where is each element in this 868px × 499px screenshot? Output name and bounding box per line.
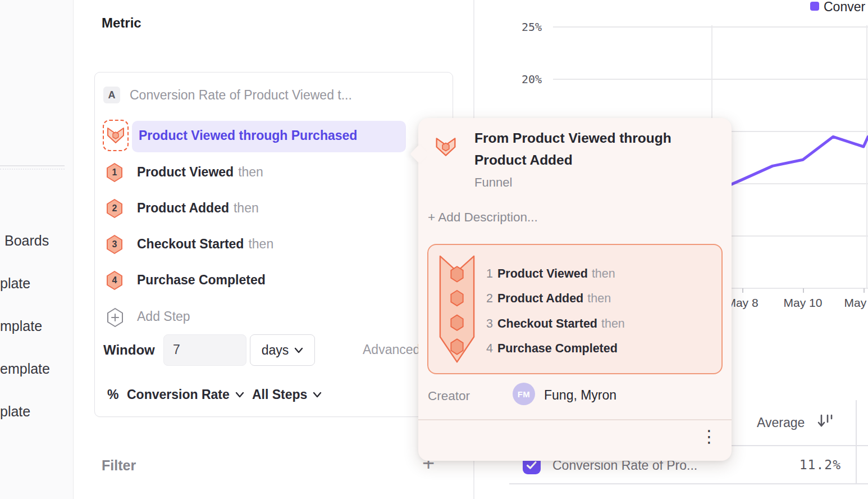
popover-title: From Product Viewed through Product Adde…	[474, 127, 723, 171]
creator-label: Creator	[428, 389, 470, 403]
window-label: Window	[103, 342, 155, 358]
funnel-steps-summary-box: 1Product Viewedthen 2Product Addedthen 3…	[427, 244, 723, 374]
popover-step-4: 4Purchase Completed	[486, 342, 622, 357]
metric-definition-card: A Conversion Rate of Product Viewed t...…	[94, 72, 453, 417]
window-value-input[interactable]: 7	[163, 334, 246, 366]
gridline-vertical-2	[866, 25, 867, 288]
popover-footer-divider	[418, 419, 732, 420]
measured-as-value: Conversion Rate	[127, 387, 230, 402]
funnel-glyph-icon	[107, 127, 125, 144]
funnel-metric-icon[interactable]	[103, 120, 129, 151]
step-3-label: Checkout Startedthen	[137, 237, 273, 252]
step-3-event: Checkout Started	[137, 237, 244, 251]
gridline-20pct	[553, 79, 868, 80]
sidebar-item-template-4[interactable]: plate	[0, 403, 30, 420]
app-window: Boards plate mplate emplate plate Metric…	[0, 0, 868, 499]
legend-series-label[interactable]: Conver	[824, 0, 865, 15]
add-step-label: Add Step	[137, 309, 190, 324]
table-row-average-value: 11.2%	[762, 457, 841, 472]
funnel-details-popover: From Product Viewed through Product Adde…	[418, 118, 732, 461]
window-value: 7	[173, 342, 180, 357]
step-4-event: Purchase Completed	[137, 273, 266, 287]
step-3-hexagon-icon: 3	[106, 235, 123, 254]
step-3-number: 3	[106, 235, 123, 254]
sidebar-item-template-2[interactable]: mplate	[0, 318, 42, 334]
table-row-divider	[509, 483, 868, 484]
x-tick-may10: May 10	[780, 296, 825, 310]
step-2-event: Product Added	[137, 201, 229, 215]
sort-descending-icon[interactable]	[817, 414, 835, 429]
series-title[interactable]: Conversion Rate of Product Viewed t...	[130, 88, 352, 103]
y-tick-25: 25%	[502, 20, 542, 34]
x-tickmark-may12	[864, 288, 865, 293]
metric-section-heading: Metric	[102, 15, 141, 31]
popover-step-2: 2Product Addedthen	[486, 292, 611, 307]
step-2-suffix: then	[234, 201, 259, 215]
popover-step-1: 1Product Viewedthen	[486, 267, 615, 283]
window-unit-value: days	[262, 343, 289, 358]
percent-icon: %	[107, 387, 118, 402]
window-unit-select[interactable]: days	[250, 334, 315, 366]
selected-funnel-name[interactable]: Product Viewed through Purchased	[139, 128, 357, 143]
average-column-header[interactable]: Average	[757, 415, 805, 430]
step-3-suffix: then	[248, 237, 273, 251]
funnel-glyph-icon	[435, 137, 456, 157]
creator-avatar: FM	[513, 383, 535, 405]
chevron-down-icon	[294, 347, 303, 353]
step-1-hexagon-icon: 1	[106, 163, 123, 182]
y-tick-20: 20%	[502, 72, 542, 86]
popover-step-3: 3Checkout Startedthen	[486, 317, 625, 333]
step-2-hexagon-icon: 2	[106, 199, 123, 218]
step-4-hexagon-icon: 4	[106, 271, 123, 290]
add-description-button[interactable]: + Add Description...	[428, 210, 538, 225]
filter-section-heading: Filter	[102, 457, 136, 474]
table-column-divider	[856, 400, 857, 484]
chevron-down-icon	[235, 392, 244, 398]
sidebar-item-template-3[interactable]: emplate	[0, 361, 50, 377]
step-1-suffix: then	[238, 165, 263, 179]
sidebar-divider	[0, 165, 65, 166]
left-sidebar: Boards plate mplate emplate plate	[0, 0, 74, 499]
step-2-label: Product Addedthen	[137, 201, 259, 216]
checkmark-icon	[526, 461, 537, 470]
sidebar-dotted-divider	[0, 169, 65, 170]
x-tickmark-may8	[742, 288, 743, 293]
step-2-number: 2	[106, 199, 123, 218]
x-tick-may12: May 12	[841, 296, 868, 310]
step-1-event: Product Viewed	[137, 165, 234, 179]
step-4-label: Purchase Completed	[137, 273, 270, 288]
sidebar-item-boards[interactable]: Boards	[4, 233, 49, 249]
sidebar-item-template-1[interactable]: plate	[0, 275, 30, 292]
more-options-kebab-icon[interactable]: ⋮	[701, 427, 718, 446]
step-1-number: 1	[106, 163, 123, 182]
steps-scope-value: All Steps	[252, 387, 307, 402]
series-a-badge: A	[103, 87, 120, 103]
advanced-link[interactable]: Advanced	[363, 342, 420, 357]
x-tickmark-may10	[803, 288, 804, 293]
legend-color-swatch	[810, 2, 819, 11]
creator-name: Fung, Myron	[544, 388, 616, 403]
trend-line[interactable]	[732, 137, 868, 184]
measured-as-dropdown[interactable]: Conversion Rate	[127, 387, 244, 402]
gridline-25pct	[553, 26, 868, 28]
measurement-row: % Conversion Rate All Steps	[95, 385, 453, 407]
step-1-label: Product Viewedthen	[137, 165, 263, 180]
step-4-number: 4	[106, 271, 123, 290]
add-step-hexagon-icon	[106, 307, 123, 328]
popover-metric-type: Funnel	[474, 175, 512, 190]
chevron-down-icon	[313, 392, 322, 398]
funnel-banner-icon	[438, 252, 476, 366]
steps-scope-dropdown[interactable]: All Steps	[252, 387, 322, 402]
